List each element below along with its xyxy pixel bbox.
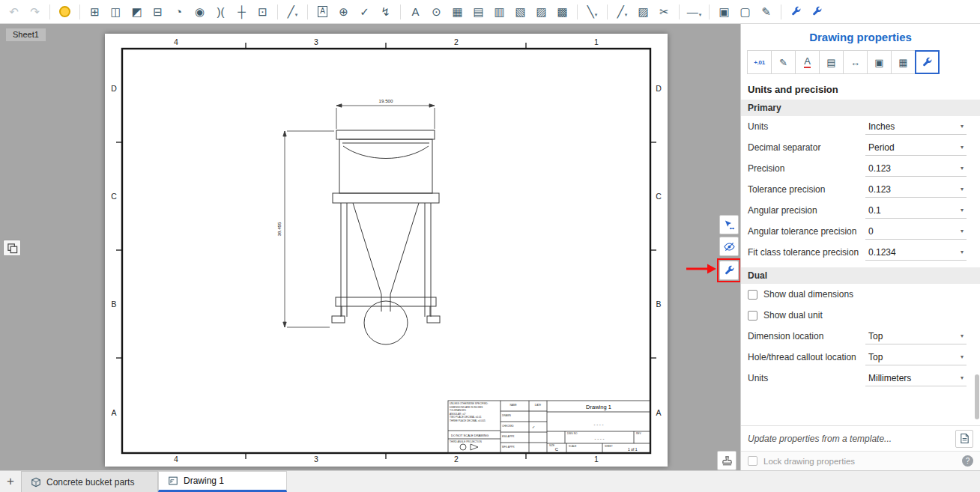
insert-view-icon[interactable]: ⊞ xyxy=(85,2,104,21)
bom-table-icon[interactable]: ▥ xyxy=(490,2,509,21)
template-row: Update properties from a template... xyxy=(741,425,980,451)
dual-units-label: Units xyxy=(748,373,768,383)
angular-tolerance-precision-label: Angular tolerance precision xyxy=(748,226,856,237)
insert-image-icon[interactable]: ▣ xyxy=(715,2,734,21)
zone-label: C xyxy=(656,192,662,201)
angular-precision-dropdown[interactable]: 0.1▾ xyxy=(865,203,967,219)
undo-icon[interactable]: ↶ xyxy=(4,2,23,21)
note-icon[interactable]: A xyxy=(313,2,332,21)
crop-view-icon[interactable]: ⊡ xyxy=(253,2,272,21)
drawing-properties-wrench-icon[interactable] xyxy=(719,261,739,280)
chevron-down-icon: ▾ xyxy=(961,332,964,339)
table-icon[interactable]: ▦ xyxy=(448,2,467,21)
section-view-icon[interactable]: ⊟ xyxy=(148,2,167,21)
text-tab-icon: A xyxy=(804,56,811,68)
weld-table-icon[interactable]: ▩ xyxy=(553,2,572,21)
weld-symbol-icon[interactable]: ↯ xyxy=(376,2,395,21)
hide-annotations-icon[interactable] xyxy=(719,237,739,256)
hatch-icon[interactable]: ▨ xyxy=(634,2,653,21)
cut-list-icon[interactable]: ▧ xyxy=(511,2,530,21)
show-dual-dimensions-checkbox[interactable] xyxy=(748,290,757,300)
template-document-icon[interactable] xyxy=(955,430,973,448)
tolerance-precision-dropdown[interactable]: 0.123▾ xyxy=(865,182,967,198)
tab-text[interactable]: A xyxy=(795,50,820,74)
drawing-sheet-svg: 4 3 2 1 4 3 2 1 D C B A D C B A xyxy=(105,34,668,467)
line-style-icon[interactable]: —▾ xyxy=(685,2,704,21)
break-view-icon[interactable]: )( xyxy=(211,2,230,21)
hole-table-icon[interactable]: ▤ xyxy=(469,2,488,21)
tab-units-precision[interactable]: +.01 xyxy=(747,50,772,74)
broken-out-section-icon[interactable]: ◔ xyxy=(169,2,188,21)
fit-class-tolerance-precision-dropdown[interactable]: 0.1234▾ xyxy=(865,245,967,261)
chevron-down-icon: ▾ xyxy=(961,374,964,381)
clean-annotations-icon[interactable] xyxy=(808,2,826,21)
units-value: Inches xyxy=(868,121,895,132)
help-icon[interactable]: ? xyxy=(962,455,973,467)
sketch-line-icon[interactable]: ╱▾ xyxy=(613,2,632,21)
angular-tolerance-precision-dropdown[interactable]: 0▾ xyxy=(865,224,967,240)
tab-sheet[interactable]: ▤ xyxy=(819,50,844,74)
toolbar-separator xyxy=(781,4,781,19)
detail-view-icon[interactable]: ◉ xyxy=(190,2,209,21)
bucket-drawing-view[interactable] xyxy=(332,130,440,344)
release-stamp-icon[interactable] xyxy=(717,451,736,470)
update-from-template-link[interactable]: Update properties from a template... xyxy=(748,434,892,444)
centerline-icon[interactable]: ┼ xyxy=(232,2,251,21)
drawing-sheet[interactable]: 4 3 2 1 4 3 2 1 D C B A D C B A xyxy=(105,34,668,467)
callout-icon[interactable]: ╲▾ xyxy=(583,2,602,21)
geometric-tolerance-icon[interactable]: ⊕ xyxy=(334,2,353,21)
drawing-canvas[interactable]: Sheet1 4 3 2 1 xyxy=(0,24,740,470)
surface-finish-icon[interactable]: ✓ xyxy=(355,2,374,21)
hole-thread-callout-location-dropdown[interactable]: Top▾ xyxy=(865,350,967,365)
view-list-toggle-icon[interactable] xyxy=(3,240,21,256)
checkbox-row-show-dual-unit: Show dual unit xyxy=(741,305,980,326)
bend-table-icon[interactable]: ▨ xyxy=(532,2,551,21)
tab-callouts[interactable]: ✎ xyxy=(771,50,796,74)
dimension-icon[interactable]: ╱▾ xyxy=(283,2,302,21)
tab-customization[interactable] xyxy=(915,50,940,74)
decimal-separator-dropdown[interactable]: Period▾ xyxy=(865,140,967,156)
tab-dimensions[interactable]: ↔ xyxy=(843,50,868,74)
field-row-dimension-location: Dimension locationTop▾ xyxy=(741,326,980,347)
field-row-units: UnitsInches▾ xyxy=(741,116,980,137)
panel-scrollbar[interactable] xyxy=(975,374,979,419)
auxiliary-view-icon[interactable]: ◩ xyxy=(127,2,146,21)
toolbar-separator xyxy=(607,4,608,19)
spotlight-icon[interactable] xyxy=(55,2,74,21)
sheet-value: 1 of 1 xyxy=(628,447,638,452)
chevron-down-icon: ▾ xyxy=(961,165,964,171)
dual-units-dropdown[interactable]: Millimeters▾ xyxy=(865,371,967,386)
trim-icon[interactable]: ✂ xyxy=(655,2,674,21)
add-tab-button[interactable]: + xyxy=(0,471,21,492)
tab-concrete-bucket-parts[interactable]: Concrete bucket parts xyxy=(21,471,158,492)
do-not-scale-text: DO NOT SCALE DRAWING xyxy=(451,434,489,437)
height-dimension-label[interactable]: 38.455 xyxy=(276,222,282,236)
dimension-annotations[interactable] xyxy=(283,104,435,327)
insert-dxf-icon[interactable]: ▢ xyxy=(736,2,754,21)
width-dimension-label[interactable]: 19.500 xyxy=(379,98,393,103)
projected-view-icon[interactable]: ◫ xyxy=(106,2,125,21)
title-block-note: DIMENSIONS ARE IN INCHES xyxy=(450,406,483,409)
dimension-select-icon[interactable] xyxy=(719,215,739,234)
checked-mark: ✓ xyxy=(532,425,535,429)
manage-annotations-icon[interactable] xyxy=(787,2,805,21)
units-dropdown[interactable]: Inches▾ xyxy=(865,119,967,135)
angular-precision-label: Angular precision xyxy=(748,205,817,216)
tab-tables[interactable]: ▦ xyxy=(891,50,916,74)
sheet-tab[interactable]: Sheet1 xyxy=(6,28,46,41)
tab-drawing-1[interactable]: Drawing 1 xyxy=(158,471,287,492)
dimension-location-dropdown[interactable]: Top▾ xyxy=(865,329,967,344)
tab-views[interactable]: ▣ xyxy=(867,50,892,74)
dual-section-header: Dual xyxy=(741,267,980,284)
chevron-down-icon: ▾ xyxy=(961,123,964,130)
precision-dropdown[interactable]: 0.123▾ xyxy=(865,161,967,177)
text-icon[interactable]: A xyxy=(406,2,425,21)
show-dual-unit-checkbox[interactable] xyxy=(748,311,757,321)
units-label: Units xyxy=(748,121,768,132)
inspection-symbol-icon[interactable]: ⊙ xyxy=(427,2,446,21)
redo-icon[interactable]: ↷ xyxy=(25,2,44,21)
lock-drawing-properties-checkbox[interactable] xyxy=(748,456,757,466)
edit-sketch-icon[interactable]: ✎ xyxy=(757,2,775,21)
zone-label: B xyxy=(111,300,116,309)
chevron-down-icon: ▾ xyxy=(961,207,964,213)
